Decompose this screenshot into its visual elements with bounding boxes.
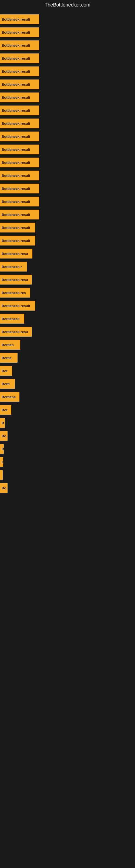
bar-item: Bottleneck result [0, 105, 39, 115]
bar-label: B [2, 460, 3, 464]
bar-label: Bottleneck result [2, 148, 30, 152]
bar-item: B [0, 418, 5, 428]
bar-row: Bottleneck result [0, 221, 135, 234]
bar-item: Bottle [0, 353, 17, 363]
bar-row: Bottleneck resu [0, 325, 135, 338]
bar-label: Bottleneck result [2, 199, 30, 204]
bar-item: Bottleneck result [0, 158, 39, 167]
bar-row: Bottleneck result [0, 65, 135, 78]
bar-label: Bottleneck result [2, 69, 30, 73]
bar-row: Bottleneck result [0, 156, 135, 169]
bar-row: Bottlen [0, 338, 135, 351]
bar-row: B [0, 416, 135, 429]
bar-item: Bottleneck result [0, 145, 39, 154]
bar-row: Bottleneck result [0, 208, 135, 221]
bar-item: Bottleneck result [0, 54, 39, 63]
bar-item: Bottleneck result [0, 210, 39, 219]
bar-label: Bottleneck result [2, 226, 30, 230]
bar-row: Bottleneck result [0, 169, 135, 182]
bar-item: Bottleneck result [0, 80, 39, 89]
bar-row: Bottleneck result [0, 52, 135, 65]
bar-label: Bottleneck result [2, 95, 30, 99]
bar-row: Bottlene [0, 390, 135, 403]
bar-label: Bottleneck [2, 317, 19, 321]
bar-item: Bottleneck resu [0, 275, 32, 284]
bar-item: Bottleneck result [0, 301, 35, 311]
bar-row: Bottleneck resu [0, 247, 135, 260]
bar-item [0, 470, 3, 480]
bar-label: Bottleneck result [2, 304, 30, 308]
bar-label: Bottle [2, 356, 12, 360]
bar-item: Bottleneck result [0, 223, 35, 232]
bar-label: Bottlene [2, 395, 16, 399]
bar-item: B [0, 457, 3, 467]
bar-row: Bottleneck r [0, 260, 135, 273]
bar-label: Bottleneck result [2, 239, 30, 243]
bar-row: Bottl [0, 377, 135, 390]
bar-row: Bottleneck result [0, 78, 135, 91]
bar-label: Bottleneck r [2, 265, 22, 269]
bar-item: Bottleneck result [0, 131, 39, 141]
bar-item: Bottleneck resu [0, 327, 32, 337]
bar-row: Bottleneck result [0, 13, 135, 26]
bar-row: Bottleneck resu [0, 273, 135, 286]
bar-item: Bot [0, 366, 12, 376]
bar-item: Bottleneck result [0, 27, 39, 37]
bar-label: Bottleneck result [2, 122, 30, 126]
bar-label: B [2, 421, 4, 425]
bar-row: Bottleneck result [0, 91, 135, 104]
bar-label: Bottleneck result [2, 161, 30, 165]
bar-item: Bottleneck result [0, 170, 39, 180]
bar-item: Bo [0, 483, 8, 493]
bar-label: Bottleneck resu [2, 252, 28, 256]
bar-row: Bottleneck result [0, 26, 135, 39]
bar-label: Bottleneck result [2, 18, 30, 22]
bar-row: Bottle [0, 351, 135, 364]
bar-label: Bottleneck result [2, 83, 30, 87]
bar-label: Bottleneck result [2, 213, 30, 217]
bar-label: Bottleneck result [2, 187, 30, 191]
bar-label: Bot [2, 369, 8, 373]
bar-label: Bot [2, 408, 8, 412]
bar-item: Bo [0, 431, 8, 441]
bar-label: Bottleneck res [2, 291, 26, 295]
bar-item: Bottleneck result [0, 236, 35, 246]
bar-label: Bottleneck resu [2, 278, 28, 282]
bar-label: B [2, 447, 4, 451]
bar-row: Bottleneck result [0, 130, 135, 143]
bar-label: Bottleneck result [2, 108, 30, 113]
bar-row: Bottleneck result [0, 104, 135, 117]
bar-row: B [0, 442, 135, 456]
bar-item: Bottleneck res [0, 288, 30, 298]
bar-item: Bottleneck resu [0, 249, 32, 258]
bar-row: Bot [0, 364, 135, 377]
bar-item: Bottl [0, 379, 15, 389]
bar-label: Bo [2, 434, 6, 438]
bar-row: Bottleneck result [0, 195, 135, 208]
bar-row: Bottleneck result [0, 299, 135, 312]
bar-label: Bottleneck result [2, 43, 30, 48]
bar-row: Bot [0, 403, 135, 416]
bar-row: Bottleneck result [0, 143, 135, 156]
bar-label: Bottlen [2, 343, 14, 347]
bar-item: Bottleneck result [0, 184, 39, 193]
bar-row: Bottleneck result [0, 117, 135, 130]
bar-item: Bottleneck result [0, 119, 39, 128]
bar-item: Bottleneck r [0, 262, 27, 272]
bar-row: Bo [0, 429, 135, 442]
bar-label: Bottleneck resu [2, 330, 28, 334]
bar-row: Bottleneck res [0, 286, 135, 299]
bar-item: Bottleneck result [0, 66, 39, 76]
site-title: TheBottlenecker.com [0, 0, 135, 10]
bar-item: Bottleneck result [0, 14, 39, 24]
bar-row: Bottleneck [0, 312, 135, 325]
bar-row: Bottleneck result [0, 234, 135, 247]
bar-label: Bottleneck result [2, 30, 30, 34]
bars-container: Bottleneck resultBottleneck resultBottle… [0, 10, 135, 497]
bar-row [0, 468, 135, 482]
bar-item: Bottleneck result [0, 197, 39, 207]
bar-label: Bottleneck result [2, 174, 30, 178]
bar-label: Bottleneck result [2, 56, 30, 61]
bar-row: B [0, 456, 135, 468]
bar-item: Bottlen [0, 340, 20, 350]
